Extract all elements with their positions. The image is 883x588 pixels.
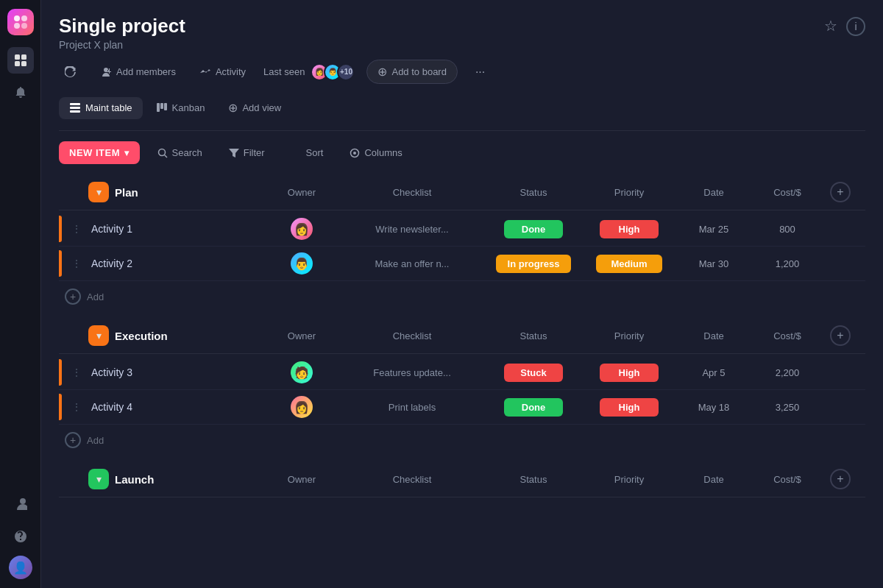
row-owner-activity3[interactable]: 🧑: [265, 361, 338, 383]
row-owner-activity1[interactable]: 👩: [265, 218, 338, 240]
new-item-chevron: ▾: [124, 148, 130, 158]
svg-point-0: [14, 15, 20, 21]
new-item-button[interactable]: NEW ITEM ▾: [59, 141, 140, 164]
svg-rect-11: [157, 103, 160, 112]
add-col-button-1[interactable]: +: [830, 182, 851, 202]
add-col-button-2[interactable]: +: [830, 325, 851, 346]
col-date-3: Date: [677, 474, 751, 485]
row-date-activity2[interactable]: Mar 30: [677, 258, 751, 269]
row-priority-activity4[interactable]: High: [581, 398, 677, 417]
col-date-2: Date: [677, 330, 751, 341]
sidebar-bottom: 👤: [7, 491, 34, 579]
svg-rect-10: [70, 110, 80, 113]
row-date-activity4[interactable]: May 18: [677, 402, 751, 413]
svg-marker-16: [229, 149, 239, 157]
row-priority-activity3[interactable]: High: [581, 364, 677, 382]
more-options-button[interactable]: ···: [469, 63, 491, 82]
row-status-activity3[interactable]: Stuck: [486, 364, 581, 382]
project-title: Single project: [59, 15, 185, 38]
add-row-execution[interactable]: + Add: [59, 425, 865, 456]
sidebar: 👤: [0, 0, 41, 588]
priority-badge-high-3: High: [600, 364, 659, 382]
priority-badge-high-1: High: [600, 220, 659, 238]
add-label-execution: Add: [87, 435, 104, 446]
refresh-button[interactable]: [59, 63, 82, 81]
sidebar-icon-bell[interactable]: [7, 79, 34, 106]
row-name-activity4[interactable]: Activity 4: [88, 401, 265, 413]
add-circle-execution: +: [65, 432, 81, 448]
owner-avatar-2: 👨: [291, 252, 313, 274]
row-drag-2[interactable]: ⋮: [59, 258, 88, 269]
sort-button[interactable]: Sort: [283, 142, 333, 163]
row-cost-activity2[interactable]: 1,200: [751, 258, 824, 269]
row-priority-activity1[interactable]: High: [581, 220, 677, 238]
col-cost-2: Cost/$: [751, 330, 824, 341]
table-row: ⋮ Activity 2 👨 Make an offer n... In pro…: [59, 247, 865, 281]
filter-label: Filter: [244, 147, 265, 158]
owner-avatar-4: 👩: [291, 396, 313, 418]
info-icon[interactable]: i: [846, 17, 865, 36]
row-priority-activity2[interactable]: Medium: [581, 255, 677, 273]
col-checklist-2: Checklist: [338, 330, 486, 341]
add-to-board-label: Add to board: [391, 66, 446, 77]
row-status-activity4[interactable]: Done: [486, 398, 581, 417]
tab-maint-table[interactable]: Maint table: [59, 97, 143, 119]
add-row-plan[interactable]: + Add: [59, 281, 865, 312]
col-status-1: Status: [486, 187, 581, 198]
add-to-board-button[interactable]: ⊕ Add to board: [366, 60, 457, 84]
last-seen-section: Last seen 👩 👨 +10: [263, 63, 355, 81]
row-owner-activity4[interactable]: 👩: [265, 396, 338, 418]
row-drag-3[interactable]: ⋮: [59, 366, 88, 378]
search-button[interactable]: Search: [149, 142, 211, 163]
add-members-button[interactable]: Add members: [94, 63, 182, 81]
svg-rect-5: [21, 54, 26, 60]
sidebar-icon-add-user[interactable]: [7, 491, 34, 517]
row-indicator-2: [59, 250, 62, 277]
sidebar-icon-grid[interactable]: [7, 47, 34, 74]
svg-rect-13: [164, 103, 167, 110]
group-execution-toggle[interactable]: ▾: [88, 325, 109, 346]
group-plan-label: ▾ Plan: [88, 182, 265, 202]
tab-add-view-label: Add view: [242, 102, 281, 113]
status-badge-done-1: Done: [504, 220, 563, 238]
add-col-button-3[interactable]: +: [830, 469, 851, 489]
avatar-count: +10: [337, 63, 355, 81]
col-owner-1: Owner: [265, 187, 338, 198]
row-status-activity2[interactable]: In progress: [486, 255, 581, 273]
table-row: ⋮ Activity 3 🧑 Features update... Stuck …: [59, 355, 865, 390]
row-checklist-activity3[interactable]: Features update...: [338, 367, 486, 378]
group-launch-toggle[interactable]: ▾: [88, 469, 109, 489]
col-priority-2: Priority: [581, 330, 677, 341]
group-execution-label: ▾ Execution: [88, 325, 265, 346]
columns-button[interactable]: Columns: [341, 142, 411, 163]
project-subtitle: Project X plan: [59, 39, 865, 51]
tab-kanban[interactable]: Kanban: [146, 97, 216, 119]
owner-avatar-1: 👩: [291, 218, 313, 240]
row-name-activity3[interactable]: Activity 3: [88, 366, 265, 378]
app-logo[interactable]: [7, 9, 34, 35]
star-icon[interactable]: ☆: [824, 17, 837, 36]
row-drag-1[interactable]: ⋮: [59, 223, 88, 235]
tab-add-view[interactable]: ⊕ Add view: [218, 96, 291, 120]
row-checklist-activity1[interactable]: Write newsleter...: [338, 224, 486, 235]
svg-rect-12: [160, 103, 163, 109]
row-date-activity3[interactable]: Apr 5: [677, 367, 751, 378]
row-cost-activity4[interactable]: 3,250: [751, 402, 824, 413]
group-header-execution: ▾ Execution Owner Checklist Status Prior…: [59, 318, 865, 354]
row-cost-activity3[interactable]: 2,200: [751, 367, 824, 378]
row-cost-activity1[interactable]: 800: [751, 224, 824, 235]
row-checklist-activity4[interactable]: Print labels: [338, 402, 486, 413]
row-status-activity1[interactable]: Done: [486, 220, 581, 238]
activity-button[interactable]: Activity: [194, 63, 252, 81]
row-drag-4[interactable]: ⋮: [59, 401, 88, 413]
action-bar: NEW ITEM ▾ Search Filter Sort: [59, 141, 865, 164]
row-date-activity1[interactable]: Mar 25: [677, 224, 751, 235]
row-name-activity2[interactable]: Activity 2: [88, 258, 265, 269]
row-name-activity1[interactable]: Activity 1: [88, 223, 265, 235]
filter-button[interactable]: Filter: [220, 142, 274, 163]
group-plan-toggle[interactable]: ▾: [88, 182, 109, 202]
user-avatar[interactable]: 👤: [9, 556, 32, 579]
sidebar-icon-help[interactable]: [7, 523, 34, 550]
row-checklist-activity2[interactable]: Make an offer n...: [338, 258, 486, 269]
row-owner-activity2[interactable]: 👨: [265, 252, 338, 274]
